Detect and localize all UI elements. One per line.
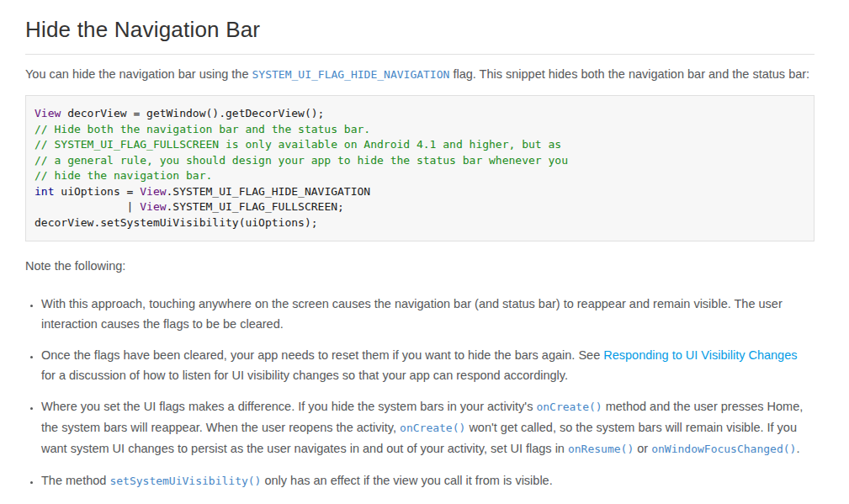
note-item: The method setSystemUiVisibility() only … bbox=[41, 470, 815, 491]
note-text: . bbox=[796, 442, 799, 455]
code-segment-pln: uiOptions = bbox=[54, 185, 140, 198]
intro-paragraph: You can hide the navigation bar using th… bbox=[25, 66, 815, 83]
intro-text-after: flag. This snippet hides both the naviga… bbox=[449, 67, 809, 81]
code-link[interactable]: setSystemUiVisibility() bbox=[109, 475, 261, 487]
code-link[interactable]: onCreate() bbox=[400, 422, 465, 434]
note-text: for a discussion of how to listen for UI… bbox=[41, 369, 568, 382]
code-link-system-ui-flag-hide-navigation[interactable]: SYSTEM_UI_FLAG_HIDE_NAVIGATION bbox=[252, 68, 450, 81]
note-item: With this approach, touching anywhere on… bbox=[41, 294, 815, 334]
code-segment-typ: View bbox=[34, 107, 61, 119]
code-segment-pln: decorView = getWindow().getDecorView(); bbox=[61, 107, 324, 119]
code-link[interactable]: onCreate() bbox=[536, 401, 602, 413]
page-title: Hide the Navigation Bar bbox=[25, 17, 840, 43]
code-segment-typ: View bbox=[140, 185, 166, 198]
code-segment-kwd: int bbox=[34, 185, 54, 198]
note-intro-text: Note the following: bbox=[25, 257, 815, 275]
code-link[interactable]: onWindowFocusChanged() bbox=[651, 443, 796, 455]
code-segment-pln: decorView.setSystemUiVisibility(uiOption… bbox=[34, 216, 318, 229]
note-text: Where you set the UI flags makes a diffe… bbox=[41, 400, 536, 413]
code-segment-com: // a general rule, you should design you… bbox=[34, 154, 568, 167]
code-segment-com: // Hide both the navigation bar and the … bbox=[34, 123, 370, 135]
notes-list: With this approach, touching anywhere on… bbox=[25, 294, 815, 504]
code-block: View decorView = getWindow().getDecorVie… bbox=[25, 95, 815, 241]
note-text: or bbox=[634, 442, 651, 455]
code-segment-pln: | bbox=[34, 200, 140, 213]
note-text: With this approach, touching anywhere on… bbox=[41, 297, 783, 331]
text-link[interactable]: Responding to UI Visibility Changes bbox=[603, 348, 797, 362]
note-item: Where you set the UI flags makes a diffe… bbox=[41, 396, 815, 459]
note-text: Once the flags have been cleared, your a… bbox=[41, 348, 603, 362]
code-link[interactable]: onResume() bbox=[568, 443, 634, 455]
code-segment-com: // SYSTEM_UI_FLAG_FULLSCREEN is only ava… bbox=[34, 138, 561, 151]
note-text: only has an effect if the view you call … bbox=[261, 474, 552, 487]
note-item: Once the flags have been cleared, your a… bbox=[41, 345, 815, 385]
title-divider bbox=[25, 54, 815, 55]
note-text: The method bbox=[41, 474, 109, 487]
intro-text-before: You can hide the navigation bar using th… bbox=[25, 67, 252, 81]
code-segment-typ: View bbox=[140, 200, 166, 213]
code-segment-pln: .SYSTEM_UI_FLAG_HIDE_NAVIGATION bbox=[167, 185, 371, 198]
code-segment-pln: .SYSTEM_UI_FLAG_FULLSCREEN; bbox=[167, 200, 344, 213]
doc-content: Hide the Navigation Bar You can hide the… bbox=[0, 0, 840, 504]
code-segment-com: // hide the navigation bar. bbox=[34, 169, 212, 182]
